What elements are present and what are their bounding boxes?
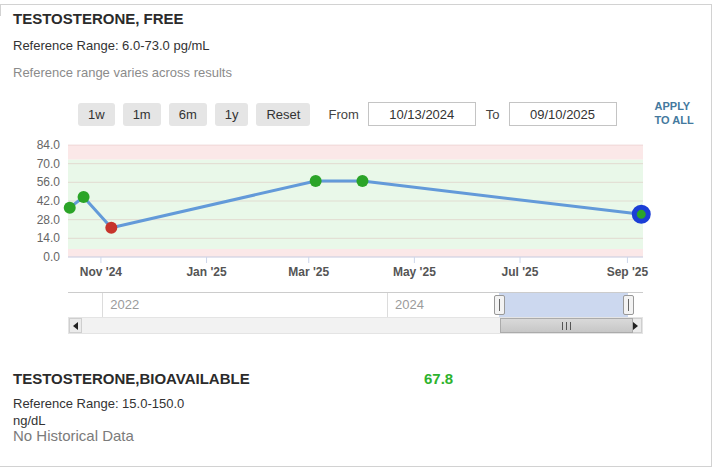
reference-range-note: Reference range varies across results: [13, 65, 232, 80]
no-historical-data-text: No Historical Data: [13, 427, 134, 444]
navigator-year-divider: [102, 293, 103, 317]
x-axis-label: Sep '25: [607, 265, 649, 279]
series-line: [70, 181, 642, 228]
from-date-input[interactable]: [368, 102, 476, 126]
second-reference-unit: ng/dL: [13, 413, 46, 428]
data-point[interactable]: [310, 175, 322, 187]
navigator-year-divider: [387, 293, 388, 317]
data-point[interactable]: [356, 175, 368, 187]
zoom-1y-button[interactable]: 1y: [215, 103, 249, 126]
y-axis-label: 42.0: [37, 194, 61, 208]
scrollbar-grip-icon: [562, 322, 571, 330]
data-point-selected[interactable]: [634, 207, 648, 221]
data-point[interactable]: [64, 202, 76, 214]
scrollbar-left-arrow[interactable]: [69, 318, 82, 333]
y-axis-label: 84.0: [37, 138, 61, 152]
zoom-6m-button[interactable]: 6m: [169, 103, 207, 126]
test-title: TESTOSTERONE, FREE: [13, 10, 184, 27]
navigator-left-handle[interactable]: [494, 295, 505, 315]
above-range-band: [68, 145, 643, 160]
zoom-reset-button[interactable]: Reset: [256, 103, 310, 126]
range-selector-toolbar: 1w 1m 6m 1y Reset From To APPLY TO ALL: [0, 100, 717, 128]
reference-range-text: Reference Range: 6.0-73.0 pg/mL: [13, 38, 210, 53]
second-test-title: TESTOSTERONE,BIOAVAILABLE: [13, 370, 250, 387]
y-axis-label: 56.0: [37, 175, 61, 189]
second-reference-range: Reference Range: 15.0-150.0 ng/dL: [13, 395, 184, 429]
y-axis-label: 0.0: [43, 250, 60, 264]
data-point[interactable]: [78, 191, 90, 203]
below-range-band: [68, 249, 643, 257]
navigator-selected-range[interactable]: [499, 293, 629, 317]
x-axis-label: Jul '25: [502, 265, 539, 279]
navigator-year-label: 2022: [110, 297, 139, 312]
to-label: To: [486, 107, 500, 122]
x-axis-label: Mar '25: [288, 265, 329, 279]
to-date-input[interactable]: [509, 102, 617, 126]
scrollbar-thumb[interactable]: [500, 318, 634, 333]
second-reference-range-text: Reference Range: 15.0-150.0: [13, 396, 184, 411]
navigator-right-handle[interactable]: [623, 295, 634, 315]
zoom-1w-button[interactable]: 1w: [78, 103, 115, 126]
left-triangle-icon: [73, 322, 78, 330]
y-axis-label: 28.0: [37, 213, 61, 227]
right-triangle-icon: [633, 322, 638, 330]
in-range-band: [68, 160, 643, 249]
chart-scrollbar[interactable]: [68, 317, 643, 334]
second-test-value: 67.8: [424, 370, 453, 387]
zoom-1m-button[interactable]: 1m: [123, 103, 161, 126]
chart-navigator[interactable]: 20222024: [68, 292, 643, 316]
card-border-corner: [0, 4, 1, 16]
y-axis-label: 70.0: [37, 157, 61, 171]
x-axis-label: Nov '24: [80, 265, 123, 279]
from-label: From: [328, 107, 358, 122]
data-point[interactable]: [105, 222, 117, 234]
apply-to-all-button[interactable]: APPLY TO ALL: [655, 100, 694, 128]
lab-results-panel: TESTOSTERONE, FREE Reference Range: 6.0-…: [0, 0, 717, 468]
x-axis-label: May '25: [393, 265, 436, 279]
y-axis-label: 14.0: [37, 231, 61, 245]
navigator-year-label: 2024: [395, 297, 424, 312]
x-axis-label: Jan '25: [186, 265, 227, 279]
